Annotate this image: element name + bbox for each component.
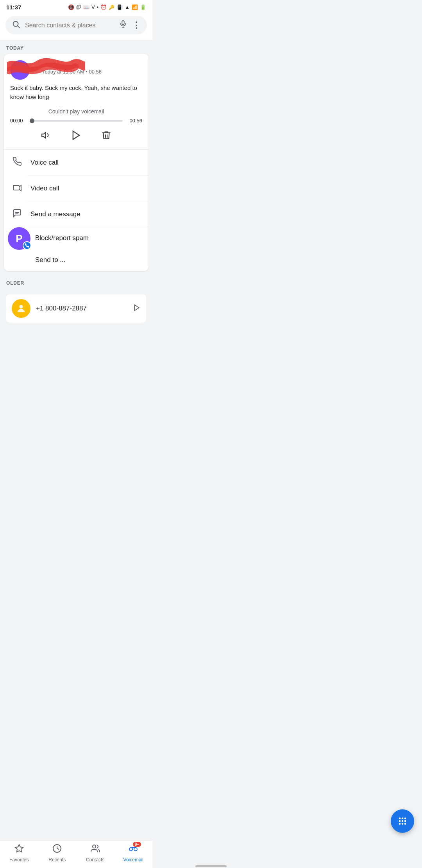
status-icons: 📵 🗐 📖 V • ⏰ 🔑 📳 ▲ 📶 🔋 bbox=[68, 4, 146, 10]
svg-line-1 bbox=[18, 26, 20, 28]
action-voice-call[interactable]: Voice call bbox=[4, 150, 148, 176]
status-time: 11:37 bbox=[6, 4, 21, 11]
older-contact-avatar bbox=[12, 299, 30, 318]
alarm-icon: ⏰ bbox=[100, 4, 107, 10]
search-icon bbox=[12, 20, 20, 30]
progress-bar[interactable] bbox=[30, 120, 123, 122]
more-options-icon[interactable]: ⋮ bbox=[132, 20, 141, 30]
floating-avatar-letter: P bbox=[16, 233, 22, 245]
svg-point-11 bbox=[19, 305, 23, 308]
svg-marker-12 bbox=[134, 305, 139, 310]
volume-button[interactable] bbox=[41, 130, 51, 143]
delete-button[interactable] bbox=[101, 130, 111, 143]
svg-rect-2 bbox=[122, 21, 124, 25]
search-bar[interactable]: ⋮ bbox=[5, 16, 147, 34]
older-section: +1 800-887-2887 bbox=[0, 289, 152, 328]
section-label-older: OLDER bbox=[6, 280, 24, 286]
playback-controls bbox=[4, 127, 148, 150]
vibrate-icon: 📳 bbox=[116, 4, 123, 10]
floating-contact-avatar: P bbox=[8, 227, 30, 250]
phone-mute-icon: 📵 bbox=[68, 4, 74, 10]
progress-time-end: 00:56 bbox=[127, 118, 142, 124]
signal-icon: 📶 bbox=[132, 4, 138, 10]
message-icon: 🗐 bbox=[76, 4, 81, 10]
message-send-icon bbox=[12, 208, 23, 220]
phone-icon bbox=[12, 157, 23, 169]
video-call-label: Video call bbox=[30, 185, 59, 192]
dot-icon: • bbox=[97, 4, 99, 10]
key-icon: 🔑 bbox=[109, 5, 114, 10]
wifi-icon: ▲ bbox=[125, 4, 130, 10]
action-video-call[interactable]: Video call bbox=[4, 176, 148, 201]
call-time: Today at 11:30 AM • 00:56 bbox=[42, 69, 142, 75]
older-list-item[interactable]: +1 800-887-2887 bbox=[6, 294, 146, 323]
voicemail-card: Today at 11:30 AM • 00:56 Suck it baby. … bbox=[4, 54, 148, 271]
battery-icon: 🔋 bbox=[140, 4, 146, 10]
svg-rect-7 bbox=[13, 185, 19, 190]
progress-time-start: 00:00 bbox=[10, 118, 26, 124]
progress-container[interactable]: 00:00 00:56 bbox=[4, 118, 148, 127]
section-label-today: TODAY bbox=[0, 40, 152, 54]
action-send-to[interactable]: Send to ... bbox=[4, 249, 148, 271]
play-button[interactable] bbox=[71, 130, 82, 143]
voicemail-transcript: Suck it baby. Suck my cock. Yeah, she wa… bbox=[4, 84, 148, 106]
contact-info: Today at 11:30 AM • 00:56 bbox=[89, 66, 142, 75]
phone-badge bbox=[23, 241, 31, 250]
mic-icon[interactable] bbox=[119, 20, 127, 30]
action-send-message[interactable]: Send a message bbox=[4, 201, 148, 227]
search-input[interactable] bbox=[25, 22, 114, 29]
voicemail-error: Couldn't play voicemail bbox=[4, 106, 148, 118]
progress-dot[interactable] bbox=[30, 118, 34, 123]
status-bar: 11:37 📵 🗐 📖 V • ⏰ 🔑 📳 ▲ 📶 🔋 bbox=[0, 0, 152, 12]
contact-avatar bbox=[10, 60, 30, 80]
older-play-icon[interactable] bbox=[133, 304, 141, 314]
svg-marker-5 bbox=[42, 132, 46, 138]
svg-marker-6 bbox=[73, 131, 79, 140]
action-list: Voice call Video call Send a message bbox=[4, 150, 148, 271]
voice-call-label: Voice call bbox=[30, 159, 59, 167]
search-bar-container: ⋮ bbox=[0, 12, 152, 40]
section-older-wrapper: OLDER bbox=[0, 275, 152, 289]
older-contact-number: +1 800-887-2887 bbox=[36, 305, 127, 312]
block-report-label: Block/report spam bbox=[35, 234, 89, 242]
venmo-icon: V bbox=[91, 4, 95, 10]
voicemail-header: Today at 11:30 AM • 00:56 bbox=[4, 54, 148, 84]
send-message-label: Send a message bbox=[30, 210, 80, 218]
book-icon: 📖 bbox=[83, 4, 89, 10]
block-report-wrapper: P Block/report spam Send to ... bbox=[4, 227, 148, 271]
send-to-label: Send to ... bbox=[35, 256, 66, 264]
video-icon bbox=[12, 183, 23, 194]
